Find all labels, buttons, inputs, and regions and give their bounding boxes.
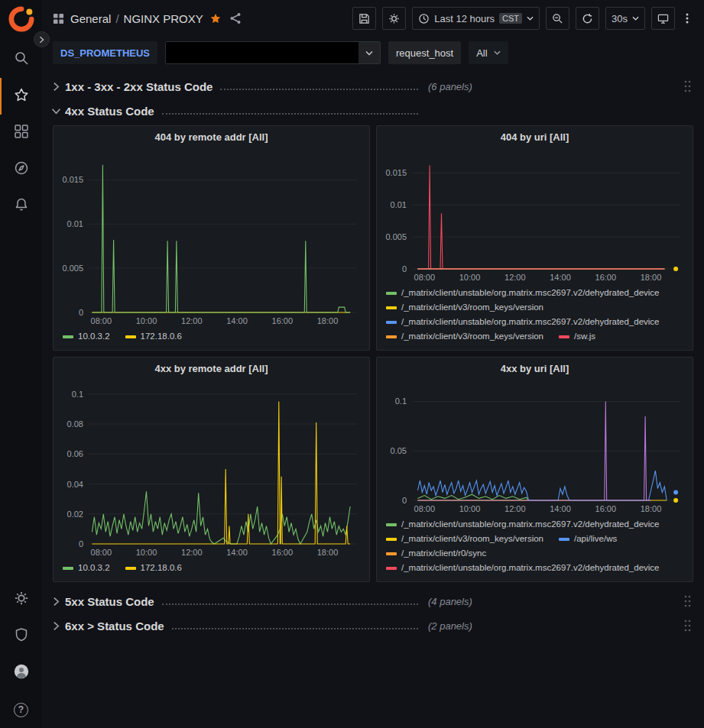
refresh-interval-label: 30s bbox=[612, 13, 628, 24]
legend-row: 10.0.3.2172.18.0.6 bbox=[63, 329, 360, 344]
sidebar-item-dashboards[interactable] bbox=[0, 115, 42, 151]
legend-item[interactable]: /_matrix/client/r0/sync bbox=[386, 546, 486, 561]
series-color-swatch bbox=[125, 335, 136, 338]
sidebar-item-configuration[interactable] bbox=[0, 581, 42, 618]
svg-text:14:00: 14:00 bbox=[550, 273, 571, 282]
chevron-right-icon bbox=[39, 36, 44, 44]
series-color-swatch bbox=[559, 538, 569, 541]
legend-item[interactable]: /api/live/ws bbox=[559, 532, 617, 546]
row-title: 1xx - 3xx - 2xx Status Code bbox=[65, 80, 212, 93]
svg-text:12:00: 12:00 bbox=[504, 273, 526, 282]
dashboard-settings-button[interactable] bbox=[382, 7, 406, 30]
legend-label: /_matrix/client/r0/sync bbox=[401, 546, 486, 561]
legend-item[interactable]: /_matrix/client/v3/room_keys/version bbox=[386, 329, 543, 344]
svg-text:10:00: 10:00 bbox=[459, 504, 481, 513]
svg-text:0.1: 0.1 bbox=[72, 390, 83, 399]
breadcrumb-title[interactable]: NGINX PROXY bbox=[124, 12, 203, 25]
svg-text:14:00: 14:00 bbox=[226, 548, 248, 557]
row-drag-handle[interactable] bbox=[683, 80, 692, 93]
svg-text:16:00: 16:00 bbox=[595, 504, 617, 513]
sidebar-item-profile[interactable] bbox=[0, 655, 42, 691]
row-6xx[interactable]: 6xx > Status Code (2 panels) bbox=[53, 614, 693, 637]
svg-text:10:00: 10:00 bbox=[136, 548, 157, 557]
series-color-swatch bbox=[386, 552, 397, 555]
panel-title[interactable]: 404 by remote addr [All] bbox=[54, 126, 369, 147]
sidebar-item-explore[interactable] bbox=[0, 151, 42, 188]
datasource-variable-dropdown[interactable] bbox=[165, 41, 381, 64]
row-panel-count: (6 panels) bbox=[428, 81, 472, 92]
row-5xx[interactable]: 5xx Status Code (4 panels) bbox=[53, 590, 693, 613]
sidebar-item-search[interactable] bbox=[0, 41, 42, 78]
sidebar-item-starred[interactable] bbox=[0, 78, 42, 115]
row-4xx[interactable]: 4xx Status Code bbox=[53, 99, 693, 122]
time-series-chart: 00.050.108:0010:0012:0014:0016:0018:00 bbox=[377, 379, 693, 516]
navbar: General / NGINX PROXY Last 12 hours bbox=[42, 0, 704, 37]
series-color-swatch bbox=[63, 567, 73, 570]
sidebar-item-alerting[interactable] bbox=[0, 188, 42, 225]
panel-grid: 404 by remote addr [All] 00.0050.010.015… bbox=[53, 125, 693, 582]
legend-label: /_matrix/client/unstable/org.matrix.msc2… bbox=[401, 315, 660, 329]
row-drag-handle[interactable] bbox=[683, 620, 692, 633]
legend-item[interactable]: /_matrix/client/v3/room_keys/version bbox=[386, 532, 543, 546]
refresh-button[interactable] bbox=[576, 7, 599, 30]
legend-label: /_matrix/client/v3/room_keys/version bbox=[401, 532, 543, 546]
sidebar-item-help[interactable]: ? bbox=[0, 691, 42, 728]
series-color-swatch bbox=[386, 567, 397, 570]
legend-row: /_matrix/client/v3/room_keys/version/sw.… bbox=[386, 329, 683, 344]
panel-title[interactable]: 404 by uri [All] bbox=[377, 126, 693, 147]
save-dashboard-button[interactable] bbox=[352, 7, 376, 30]
sidebar-expand-button[interactable] bbox=[34, 31, 50, 47]
sidebar: ? bbox=[0, 0, 42, 728]
search-icon bbox=[14, 50, 29, 69]
row-title: 6xx > Status Code bbox=[65, 620, 164, 633]
datasource-variable-label[interactable]: DS_PROMETHEUS bbox=[53, 41, 157, 64]
grafana-app: ? General / NGINX PROXY bbox=[0, 0, 704, 728]
series-color-swatch bbox=[386, 523, 397, 526]
legend-item[interactable]: 10.0.3.2 bbox=[63, 561, 110, 575]
legend-item[interactable]: 172.18.0.6 bbox=[125, 561, 182, 575]
sidebar-item-server-admin[interactable] bbox=[0, 618, 42, 655]
timezone-badge: CST bbox=[499, 13, 522, 24]
row-1xx-3xx-2xx[interactable]: 1xx - 3xx - 2xx Status Code (6 panels) bbox=[53, 75, 693, 98]
panel-title[interactable]: 4xx by uri [All] bbox=[377, 358, 693, 379]
request-host-variable-label[interactable]: request_host bbox=[388, 41, 461, 64]
chart-svg: 00.0050.010.01508:0010:0012:0014:0016:00… bbox=[54, 147, 369, 328]
row-drag-handle[interactable] bbox=[683, 595, 692, 608]
legend-item[interactable]: /_matrix/client/unstable/org.matrix.msc2… bbox=[386, 517, 660, 532]
legend-label: /_matrix/client/unstable/org.matrix.msc2… bbox=[401, 517, 660, 532]
series-color-swatch bbox=[386, 335, 397, 338]
svg-text:0.05: 0.05 bbox=[391, 446, 407, 455]
more-options-kebab[interactable] bbox=[681, 7, 693, 30]
legend-item[interactable]: /sw.js bbox=[559, 329, 595, 344]
series-color-swatch bbox=[386, 538, 397, 541]
monitor-icon bbox=[657, 13, 669, 24]
svg-text:0.04: 0.04 bbox=[67, 480, 83, 489]
svg-text:0.005: 0.005 bbox=[62, 264, 83, 273]
svg-text:12:00: 12:00 bbox=[181, 548, 203, 557]
row-chevron-icon bbox=[53, 106, 60, 116]
cycle-view-mode-button[interactable] bbox=[651, 7, 675, 30]
svg-text:0.02: 0.02 bbox=[67, 510, 83, 519]
avatar bbox=[14, 664, 29, 682]
zoom-out-button[interactable] bbox=[546, 7, 569, 30]
bell-icon bbox=[14, 197, 29, 215]
row-chevron-icon bbox=[53, 621, 60, 631]
panel-legend: 10.0.3.2172.18.0.6 bbox=[54, 328, 369, 350]
legend-item[interactable]: /_matrix/client/unstable/org.matrix.msc2… bbox=[386, 286, 660, 300]
refresh-interval-dropdown[interactable]: 30s bbox=[605, 7, 645, 30]
panel-title[interactable]: 4xx by remote addr [All] bbox=[54, 358, 369, 379]
legend-item[interactable]: /_matrix/client/unstable/org.matrix.msc2… bbox=[386, 561, 660, 575]
legend-item[interactable]: /_matrix/client/unstable/org.matrix.msc2… bbox=[386, 315, 660, 329]
time-series-chart: 00.0050.010.01508:0010:0012:0014:0016:00… bbox=[377, 147, 693, 284]
breadcrumb-section[interactable]: General bbox=[70, 12, 111, 25]
request-host-variable-dropdown[interactable]: All bbox=[469, 41, 508, 64]
time-range-picker[interactable]: Last 12 hours CST bbox=[412, 7, 540, 30]
legend-item[interactable]: /_matrix/client/v3/room_keys/version bbox=[386, 300, 543, 315]
main-area: General / NGINX PROXY Last 12 hours bbox=[42, 0, 704, 728]
grafana-logo[interactable] bbox=[8, 6, 34, 32]
share-icon[interactable] bbox=[229, 12, 242, 24]
legend-item[interactable]: 172.18.0.6 bbox=[125, 329, 182, 344]
favorite-star-icon[interactable] bbox=[209, 12, 222, 24]
floppy-icon bbox=[358, 13, 370, 24]
legend-item[interactable]: 10.0.3.2 bbox=[63, 329, 110, 344]
